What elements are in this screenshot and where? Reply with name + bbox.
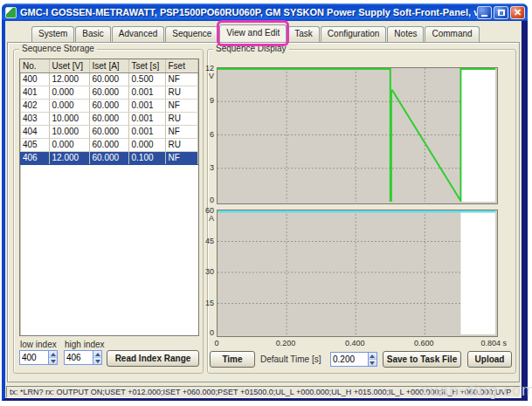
table-cell: 0.000 bbox=[128, 138, 165, 151]
table-cell: 400 bbox=[20, 72, 49, 86]
tab-sequence[interactable]: Sequence bbox=[165, 26, 218, 42]
current-ytick: 45 bbox=[201, 237, 214, 245]
time-xtick: 0 bbox=[214, 339, 218, 348]
upload-button[interactable]: Upload bbox=[467, 351, 512, 368]
column-header: No. bbox=[20, 59, 49, 72]
table-row[interactable]: 4050.00060.0000.000RU bbox=[20, 138, 198, 151]
time-xtick: 0.600 bbox=[414, 339, 434, 348]
sequence-display-label: Sequence Display bbox=[213, 44, 289, 53]
table-cell: 12.000 bbox=[49, 72, 89, 86]
table-cell: RU bbox=[165, 86, 198, 99]
table-cell: 60.000 bbox=[89, 125, 128, 138]
sequence-table[interactable]: No.Uset [V]Iset [A]Tset [s]Fset 40012.00… bbox=[19, 58, 199, 336]
tab-advanced[interactable]: Advanced bbox=[112, 26, 164, 42]
voltage-ytick: 9 bbox=[201, 96, 214, 105]
table-row[interactable]: 40612.00060.0000.100NF bbox=[20, 151, 198, 164]
table-cell: 0.000 bbox=[49, 86, 89, 99]
table-cell: NF bbox=[165, 125, 198, 138]
table-cell: 403 bbox=[20, 112, 49, 125]
time-xtick-end: 0.804 s bbox=[480, 339, 507, 348]
current-plot bbox=[217, 210, 498, 337]
table-cell: RU bbox=[165, 112, 198, 125]
table-row[interactable]: 40012.00060.0000.500NF bbox=[20, 72, 198, 86]
column-header: Uset [V] bbox=[49, 59, 89, 72]
column-header: Fset bbox=[165, 59, 198, 72]
default-time-spin-up-icon[interactable] bbox=[369, 353, 377, 359]
low-index-spinner bbox=[19, 350, 58, 365]
table-cell: 402 bbox=[20, 99, 49, 112]
table-header-row: No.Uset [V]Iset [A]Tset [s]Fset bbox=[20, 59, 198, 72]
time-xtick: 0.400 bbox=[345, 339, 365, 348]
table-cell: 10.000 bbox=[49, 125, 89, 138]
tab-command[interactable]: Command bbox=[425, 26, 479, 42]
titlebar[interactable]: GMC-I GOSSEN-METRAWATT, PSP1500PO60RU060… bbox=[2, 3, 528, 21]
table-cell: 0.100 bbox=[128, 151, 165, 164]
table-cell: 0.001 bbox=[128, 86, 165, 99]
minimize-icon bbox=[481, 15, 487, 17]
sequence-storage-label: Sequence Storage bbox=[19, 44, 97, 53]
low-index-label: low index bbox=[20, 340, 57, 349]
table-row[interactable]: 4020.00060.0000.001NF bbox=[20, 99, 198, 112]
tab-strip: SystemBasicAdvancedSequenceView and Edit… bbox=[31, 24, 480, 42]
app-icon bbox=[5, 7, 17, 18]
window-content: SystemBasicAdvancedSequenceView and Edit… bbox=[5, 21, 522, 398]
table-cell: 60.000 bbox=[89, 138, 128, 151]
high-index-spin-down-icon[interactable] bbox=[93, 357, 101, 364]
voltage-plot bbox=[217, 67, 498, 204]
close-button[interactable]: ✕ bbox=[510, 6, 525, 19]
default-time-input[interactable] bbox=[331, 353, 368, 366]
table-cell: 0.001 bbox=[128, 99, 165, 112]
low-index-spin-down-icon[interactable] bbox=[49, 357, 57, 364]
current-unit-label: A bbox=[201, 214, 214, 223]
tab-view-and-edit[interactable]: View and Edit bbox=[219, 24, 287, 42]
watermark: xuan-ding.com bbox=[421, 382, 532, 400]
column-header: Tset [s] bbox=[128, 59, 165, 72]
table-cell: 405 bbox=[20, 138, 49, 151]
table-cell: 401 bbox=[20, 86, 49, 99]
table-cell: 406 bbox=[20, 151, 49, 164]
table-cell: RU bbox=[165, 138, 198, 151]
read-index-range-button[interactable]: Read Index Range bbox=[107, 350, 199, 367]
maximize-button[interactable] bbox=[494, 6, 508, 19]
voltage-ytick: 0 bbox=[201, 196, 214, 204]
tab-system[interactable]: System bbox=[31, 26, 74, 42]
tab-configuration[interactable]: Configuration bbox=[321, 26, 386, 42]
table-cell: 60.000 bbox=[89, 151, 128, 164]
tab-notes[interactable]: Notes bbox=[387, 26, 424, 42]
save-to-task-file-button[interactable]: Save to Task File bbox=[383, 351, 461, 368]
table-cell: 0.001 bbox=[128, 125, 165, 138]
low-index-spin-up-icon[interactable] bbox=[49, 351, 57, 357]
table-cell: 0.001 bbox=[128, 112, 165, 125]
default-time-label: Default Time [s] bbox=[260, 354, 321, 364]
low-index-input[interactable] bbox=[20, 351, 48, 364]
table-row[interactable]: 40410.00060.0000.001NF bbox=[20, 125, 198, 138]
current-y-axis: 60A4530150 bbox=[203, 210, 216, 337]
current-ytick: 0 bbox=[201, 328, 214, 337]
voltage-y-axis: 12V9630 bbox=[203, 67, 216, 204]
high-index-label: high index bbox=[65, 340, 105, 349]
voltage-unit-label: V bbox=[201, 72, 214, 80]
table-cell: 60.000 bbox=[89, 72, 128, 86]
time-button[interactable]: Time bbox=[210, 351, 255, 368]
table-cell: 10.000 bbox=[49, 112, 89, 125]
table-cell: NF bbox=[165, 72, 198, 86]
table-row[interactable]: 4010.00060.0000.001RU bbox=[20, 86, 198, 99]
app-window: GMC-I GOSSEN-METRAWATT, PSP1500PO60RU060… bbox=[2, 3, 528, 401]
time-x-axis: 00.2000.4000.6000.804 s bbox=[217, 339, 498, 349]
minimize-button[interactable] bbox=[477, 6, 492, 19]
table-cell: 404 bbox=[20, 125, 49, 138]
table-row[interactable]: 40310.00060.0000.001RU bbox=[20, 112, 198, 125]
voltage-ytick: 6 bbox=[201, 130, 214, 139]
high-index-input[interactable] bbox=[65, 351, 93, 364]
voltage-ytick: 3 bbox=[201, 163, 214, 172]
default-time-spin-down-icon[interactable] bbox=[369, 359, 377, 366]
time-xtick: 0.200 bbox=[276, 339, 296, 348]
current-ytick: 30 bbox=[201, 267, 214, 276]
window-controls: ✕ bbox=[477, 6, 525, 19]
high-index-spin-up-icon[interactable] bbox=[93, 351, 101, 357]
current-trace-canvas bbox=[218, 210, 495, 334]
default-time-spinner bbox=[330, 352, 377, 367]
tab-basic[interactable]: Basic bbox=[75, 26, 110, 42]
table-cell: NF bbox=[165, 99, 198, 112]
tab-task[interactable]: Task bbox=[287, 26, 320, 42]
